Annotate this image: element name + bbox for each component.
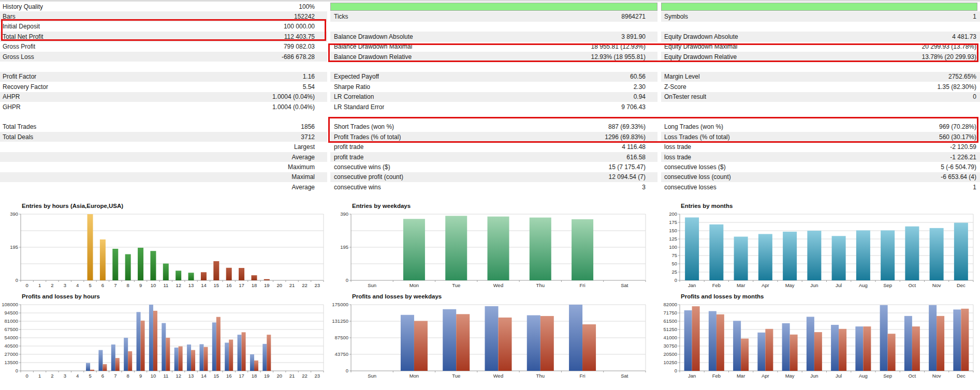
- bar-Dec: [954, 223, 968, 280]
- chart-title: Profits and losses by weekdays: [352, 293, 442, 299]
- stat-label: Bars: [3, 13, 16, 20]
- stat-row: Largest: [0, 142, 327, 152]
- chart-profits-and-losses-by-weekdays: Profits and losses by weekdays1750001312…: [330, 293, 649, 382]
- stat-row: Equity Drawdown Maximal20 299.93 (13.78%…: [661, 42, 980, 52]
- x-tick-label: 11: [163, 282, 168, 288]
- bar-Oct: [905, 227, 919, 280]
- stat-value: 20 299.93 (13.78%): [922, 43, 976, 50]
- x-tick-label: Dec: [957, 373, 966, 379]
- loss-bar-19: [267, 335, 271, 371]
- stat-label: consecutive profit (count): [334, 173, 403, 181]
- x-tick-label: 9: [139, 373, 142, 379]
- svg-text:195: 195: [10, 244, 18, 250]
- stat-value: Largest: [294, 143, 315, 151]
- x-tick-label: Jun: [810, 282, 818, 288]
- x-tick-label: Fri: [580, 373, 586, 379]
- stat-value: Average: [292, 154, 315, 161]
- bar-May: [783, 232, 797, 280]
- x-tick-label: Nov: [932, 282, 941, 288]
- x-tick-label: Mon: [409, 373, 419, 379]
- stat-row: [661, 102, 980, 112]
- stat-row: Long Trades (won %)969 (70.28%): [661, 122, 980, 132]
- bar-9: [138, 248, 143, 280]
- stat-row: Balance Drawdown Maximal18 955.81 (12.93…: [330, 42, 657, 52]
- x-tick-label: 6: [101, 373, 104, 379]
- stat-row: [661, 22, 980, 32]
- svg-text:0: 0: [16, 277, 18, 283]
- profit-bar-Mon: [401, 315, 414, 371]
- bar-12: [175, 271, 181, 280]
- x-tick-label: 12: [175, 373, 181, 379]
- x-tick-label: Jul: [836, 373, 842, 379]
- x-tick-label: 7: [114, 282, 116, 288]
- bar-Nov: [930, 228, 944, 280]
- profit-bar-Jul: [831, 325, 839, 371]
- bar-19: [264, 279, 270, 280]
- stat-label: GHPR: [3, 103, 21, 111]
- loss-bar-Dec: [961, 309, 969, 371]
- stat-label: Margin Level: [664, 73, 700, 80]
- x-tick-label: 16: [226, 373, 232, 379]
- x-tick-label: 14: [201, 373, 207, 379]
- stat-row: [330, 112, 657, 122]
- stat-value: 1.0004 (0.04%): [272, 103, 315, 111]
- svg-text:0: 0: [675, 277, 677, 283]
- x-tick-label: Jan: [688, 282, 696, 288]
- svg-text:200: 200: [669, 211, 677, 217]
- svg-text:125: 125: [669, 236, 677, 242]
- stat-value: 3 891.90: [621, 33, 646, 40]
- stat-row: [661, 112, 980, 122]
- stat-label: loss trade: [664, 154, 691, 161]
- stat-row: [0, 62, 327, 71]
- svg-text:390: 390: [340, 211, 348, 217]
- stat-label: Z-Score: [664, 83, 686, 91]
- stat-value: 616.58: [626, 154, 646, 161]
- profit-bar-5: [86, 363, 90, 371]
- bar-Aug: [856, 230, 870, 280]
- stat-row: [0, 112, 327, 122]
- profit-bar-Sep: [880, 305, 888, 371]
- stat-row: Expected Payoff60.56: [330, 72, 657, 82]
- x-tick-label: 15: [214, 282, 220, 288]
- loss-bar-Jul: [839, 329, 846, 371]
- stat-value: 1: [973, 184, 976, 191]
- loss-bar-7: [115, 358, 120, 371]
- profit-bar-17: [238, 335, 242, 371]
- bar-Jun: [807, 231, 821, 280]
- stat-label: LR Standard Error: [334, 103, 384, 111]
- stat-label: Symbols: [664, 13, 688, 20]
- loss-bar-14: [203, 347, 208, 371]
- stat-value: 1296 (69.83%): [605, 133, 646, 141]
- stat-value: 152242: [294, 13, 315, 20]
- stat-label: loss trade: [664, 143, 691, 151]
- x-tick-label: Sat: [621, 373, 628, 379]
- x-tick-label: Feb: [712, 373, 721, 379]
- profit-bar-12: [174, 348, 179, 371]
- loss-bar-11: [166, 338, 170, 371]
- x-tick-label: 5: [89, 282, 91, 288]
- x-tick-label: Jun: [810, 373, 818, 379]
- chart-entries-by-hours-asia-europe-usa: Entries by hours (Asia,Europe,USA)390195…: [0, 203, 328, 292]
- x-tick-label: 8: [127, 373, 129, 379]
- profit-bar-18: [250, 354, 254, 371]
- loss-bar-Oct: [912, 326, 920, 371]
- stats-column-middle: Ticks8964271Balance Drawdown Absolute3 8…: [330, 2, 657, 192]
- bar-Tue: [445, 216, 467, 280]
- x-tick-label: Mon: [409, 282, 419, 288]
- svg-text:75: 75: [671, 252, 677, 258]
- stat-label: consecutive wins: [334, 184, 381, 191]
- loss-bar-5: [90, 370, 94, 371]
- stat-value: Maximum: [288, 163, 315, 171]
- profit-bar-Thu: [527, 315, 540, 371]
- x-tick-label: 15: [214, 373, 220, 379]
- x-tick-label: Apr: [762, 373, 769, 379]
- stat-label: profit trade: [334, 143, 363, 151]
- x-tick-label: Mar: [737, 373, 745, 379]
- svg-text:0: 0: [346, 368, 348, 373]
- chart-plot: 2001751501251007550250JanFebMarAprMayJun…: [659, 210, 976, 292]
- stat-row: Bars152242: [0, 11, 327, 21]
- loss-bar-Feb: [716, 314, 724, 371]
- stat-row: loss trade-2 120.59: [661, 142, 980, 152]
- stat-label: Balance Drawdown Maximal: [334, 43, 412, 50]
- x-tick-label: Apr: [762, 282, 769, 288]
